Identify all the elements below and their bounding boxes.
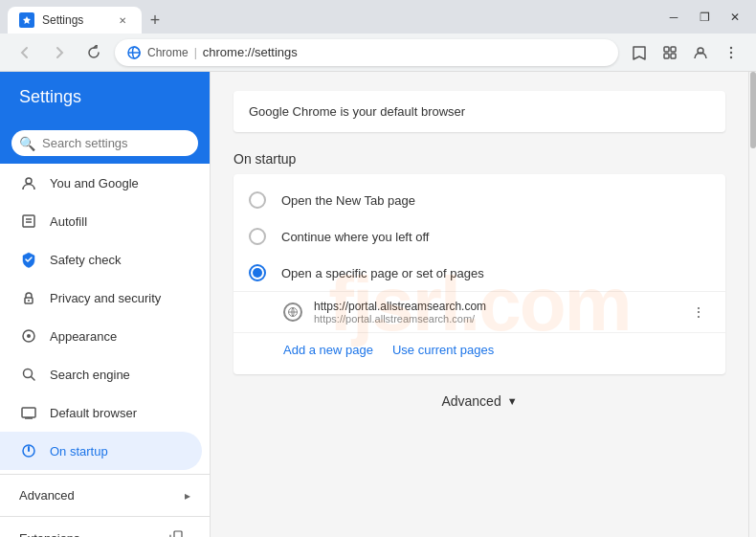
sidebar-item-appearance[interactable]: Appearance [0, 317, 202, 355]
on-startup-title: On startup [233, 151, 725, 167]
expand-arrow-icon: ▸ [185, 489, 190, 503]
extension-puzzle-icon[interactable] [656, 39, 683, 66]
sidebar-item-label: Autofill [50, 214, 87, 229]
use-current-pages-link[interactable]: Use current pages [392, 343, 494, 357]
close-button[interactable]: ✕ [722, 4, 748, 31]
back-button[interactable] [11, 39, 38, 66]
sidebar-item-label: Privacy and security [50, 291, 161, 305]
url-main: https://portal.allstreamsearch.com [314, 300, 676, 313]
radio-new-tab[interactable]: Open the New Tab page [233, 182, 725, 218]
radio-circle-specific-page [249, 264, 266, 281]
forward-button[interactable] [46, 39, 73, 66]
svg-rect-3 [671, 47, 676, 52]
external-link-icon [169, 530, 183, 537]
account-icon[interactable] [687, 39, 714, 66]
svg-rect-20 [22, 408, 35, 417]
sidebar-header: Settings [0, 72, 210, 123]
sidebar-item-privacy-security[interactable]: Privacy and security [0, 279, 202, 317]
bookmark-icon[interactable] [626, 39, 653, 66]
browser-icon [19, 403, 38, 422]
title-bar: Settings ✕ + ─ ❐ ✕ [0, 0, 756, 34]
advanced-label: Advanced [19, 488, 75, 503]
svg-point-9 [730, 56, 732, 57]
startup-icon [19, 441, 38, 460]
radio-continue[interactable]: Continue where you left off [233, 218, 725, 255]
svg-point-8 [730, 51, 732, 53]
address-separator: | [194, 46, 197, 59]
sidebar-item-label: You and Google [50, 176, 139, 190]
appearance-icon [19, 326, 38, 346]
restore-button[interactable]: ❐ [691, 4, 718, 31]
main-layout: Settings 🔍 You and Google Autofill Saf [0, 72, 756, 537]
url-menu-icon: ⋮ [692, 304, 705, 320]
minimize-button[interactable]: ─ [660, 4, 687, 31]
svg-line-19 [32, 377, 35, 381]
url-sub: https://portal.allstreamsearch.com/ [314, 313, 676, 324]
search-engine-icon [19, 365, 38, 384]
startup-url-item: https://portal.allstreamsearch.com https… [233, 291, 725, 332]
sidebar: Settings 🔍 You and Google Autofill Saf [0, 72, 211, 537]
sidebar-search-area: 🔍 [0, 123, 210, 164]
globe-icon [283, 302, 302, 322]
content-area: fjsrl.com Google Chrome is your default … [211, 72, 748, 537]
url-text: https://portal.allstreamsearch.com https… [314, 300, 676, 324]
radio-circle-new-tab [249, 191, 266, 209]
sidebar-item-label: Safety check [50, 253, 121, 267]
radio-circle-continue [249, 228, 266, 245]
svg-point-10 [26, 178, 32, 184]
site-name: Chrome [147, 46, 189, 59]
new-tab-button[interactable]: + [142, 7, 168, 34]
advanced-section[interactable]: Advanced ▼ [233, 393, 725, 409]
omnibox[interactable]: Chrome | chrome://settings [115, 39, 618, 66]
radio-continue-label: Continue where you left off [281, 230, 429, 244]
sidebar-item-autofill[interactable]: Autofill [0, 202, 202, 240]
sidebar-item-search-engine[interactable]: Search engine [0, 355, 202, 393]
startup-actions: Add a new page Use current pages [233, 332, 725, 367]
default-browser-text: Google Chrome is your default browser [249, 104, 465, 119]
settings-tab[interactable]: Settings ✕ [8, 7, 142, 34]
address-text: chrome://settings [203, 45, 298, 59]
add-new-page-link[interactable]: Add a new page [283, 343, 373, 357]
sidebar-item-label: Search engine [50, 368, 130, 382]
radio-new-tab-label: Open the New Tab page [281, 193, 415, 208]
sidebar-item-label: Appearance [50, 329, 117, 344]
svg-point-17 [27, 334, 31, 338]
url-menu-button[interactable]: ⋮ [687, 301, 710, 324]
lock-icon [19, 288, 38, 307]
address-actions [626, 39, 745, 66]
sidebar-item-default-browser[interactable]: Default browser [0, 393, 202, 432]
search-input[interactable] [11, 130, 198, 156]
tab-area: Settings ✕ + [8, 0, 660, 34]
scrollbar-thumb[interactable] [750, 72, 756, 148]
sidebar-item-on-startup[interactable]: On startup [0, 432, 202, 470]
window-controls: ─ ❐ ✕ [660, 4, 748, 31]
radio-specific-page[interactable]: Open a specific page or set of pages [233, 255, 725, 291]
menu-icon[interactable] [718, 39, 745, 66]
tab-favicon [19, 12, 34, 28]
svg-rect-5 [671, 54, 676, 58]
svg-rect-2 [664, 47, 669, 52]
reload-button[interactable] [80, 39, 107, 66]
autofill-icon [19, 212, 38, 231]
search-wrap: 🔍 [11, 130, 198, 156]
user-icon [19, 173, 38, 192]
svg-rect-4 [664, 54, 669, 58]
sidebar-item-extensions[interactable]: Extensions [0, 521, 202, 537]
advanced-text: Advanced [441, 393, 500, 409]
tab-close-button[interactable]: ✕ [115, 12, 130, 28]
scrollbar[interactable] [748, 72, 756, 537]
sidebar-divider-2 [0, 516, 210, 517]
shield-icon [19, 250, 38, 269]
svg-rect-25 [174, 531, 182, 537]
svg-rect-11 [23, 215, 34, 227]
tab-title: Settings [42, 13, 107, 27]
sidebar-advanced-expand[interactable]: Advanced ▸ [0, 479, 210, 512]
sidebar-item-safety-check[interactable]: Safety check [0, 240, 202, 279]
advanced-arrow-icon: ▼ [507, 395, 518, 407]
sidebar-title: Settings [19, 87, 81, 106]
svg-point-7 [730, 46, 732, 48]
default-browser-banner: Google Chrome is your default browser [233, 91, 725, 132]
search-icon: 🔍 [19, 136, 35, 151]
radio-specific-page-label: Open a specific page or set of pages [281, 266, 484, 280]
sidebar-item-you-and-google[interactable]: You and Google [0, 164, 202, 202]
